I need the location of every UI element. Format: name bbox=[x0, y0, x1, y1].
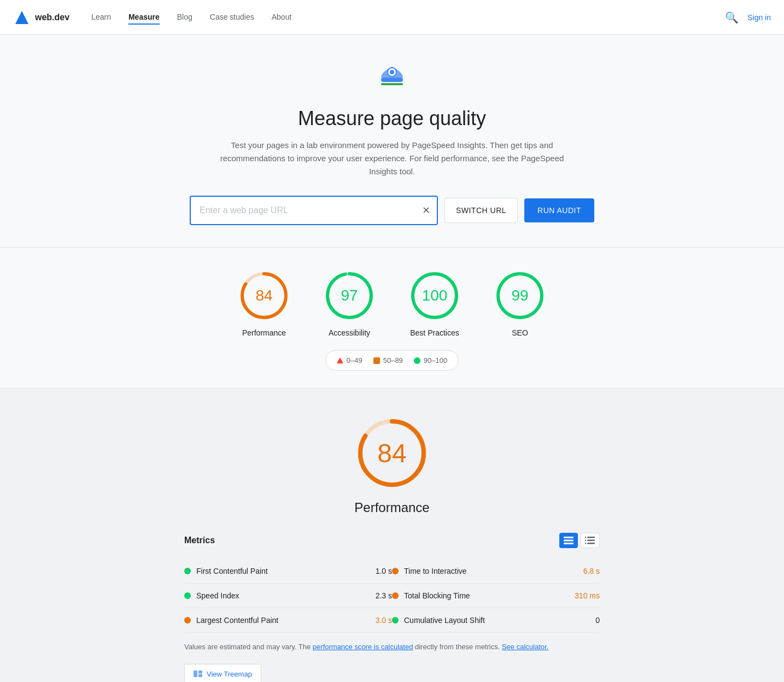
svg-point-21 bbox=[585, 537, 586, 538]
url-input[interactable] bbox=[191, 197, 437, 224]
metric-name-tti: Time to Interactive bbox=[404, 567, 578, 575]
svg-rect-18 bbox=[587, 537, 595, 538]
nav-link-case-studies[interactable]: Case studies bbox=[210, 10, 254, 25]
metrics-grid: First Contentful Paint 1.0 s Speed Index… bbox=[184, 559, 600, 633]
svg-point-4 bbox=[390, 70, 394, 74]
metric-value-tti: 6.8 s bbox=[583, 567, 600, 575]
hero-subtitle: Test your pages in a lab environment pow… bbox=[206, 139, 578, 178]
metrics-note-prefix: Values are estimated and may vary. The bbox=[184, 643, 313, 651]
metric-name-cls: Cumulative Layout Shift bbox=[404, 616, 590, 625]
score-label-best-practices: Best Practices bbox=[410, 328, 459, 337]
logo-text: web.dev bbox=[35, 13, 69, 22]
legend-triangle-icon bbox=[337, 357, 343, 363]
svg-marker-0 bbox=[15, 11, 28, 24]
legend-item-low: 0–49 bbox=[337, 356, 362, 364]
perf-score-value: 84 bbox=[377, 438, 406, 468]
svg-rect-16 bbox=[564, 540, 574, 542]
metric-cls: Cumulative Layout Shift 0 bbox=[392, 608, 600, 633]
view-btn-table[interactable] bbox=[559, 533, 578, 548]
score-best-practices: 100 Best Practices bbox=[408, 269, 461, 337]
treemap-icon bbox=[194, 671, 202, 677]
url-clear-button[interactable]: ✕ bbox=[422, 204, 430, 216]
svg-rect-17 bbox=[564, 543, 574, 544]
nav-link-learn[interactable]: Learn bbox=[91, 10, 111, 25]
nav-link-measure[interactable]: Measure bbox=[128, 10, 160, 25]
metric-value-fcp: 1.0 s bbox=[376, 567, 392, 575]
legend-item-mid: 50–89 bbox=[373, 356, 403, 364]
hero-title: Measure page quality bbox=[13, 107, 771, 130]
score-circle-accessibility: 97 bbox=[323, 269, 376, 322]
nav-actions: 🔍 Sign in bbox=[725, 11, 771, 24]
score-label-performance: Performance bbox=[242, 328, 286, 337]
metric-value-si: 2.3 s bbox=[376, 591, 392, 600]
legend-label-mid: 50–89 bbox=[383, 356, 403, 364]
nav-link-about[interactable]: About bbox=[272, 10, 292, 25]
metric-name-si: Speed Index bbox=[196, 591, 370, 600]
list-view-icon bbox=[585, 537, 595, 544]
svg-point-22 bbox=[585, 540, 586, 542]
metric-dot-si bbox=[184, 592, 191, 599]
hero-section: Measure page quality Test your pages in … bbox=[0, 35, 784, 248]
score-value-best-practices: 100 bbox=[422, 287, 448, 304]
metric-value-tbt: 310 ms bbox=[575, 591, 600, 600]
legend-label-high: 90–100 bbox=[424, 356, 447, 364]
score-seo: 99 SEO bbox=[494, 269, 546, 337]
metric-name-tbt: Total Blocking Time bbox=[404, 591, 569, 600]
lighthouse-icon bbox=[376, 61, 408, 94]
nav-link-blog[interactable]: Blog bbox=[177, 10, 192, 25]
score-value-accessibility: 97 bbox=[341, 287, 358, 304]
view-treemap-button[interactable]: View Treemap bbox=[184, 664, 261, 682]
legend-item-high: 90–100 bbox=[414, 356, 447, 364]
treemap-label: View Treemap bbox=[207, 670, 252, 678]
perf-title: Performance bbox=[13, 500, 771, 515]
svg-rect-24 bbox=[194, 671, 197, 677]
score-value-seo: 99 bbox=[511, 287, 528, 304]
switch-url-button[interactable]: SWITCH URL bbox=[444, 198, 518, 223]
svg-rect-2 bbox=[381, 83, 403, 85]
metric-tbt: Total Blocking Time 310 ms bbox=[392, 584, 600, 608]
metrics-header: Metrics bbox=[184, 533, 600, 548]
svg-rect-25 bbox=[198, 671, 202, 674]
metric-tti: Time to Interactive 6.8 s bbox=[392, 559, 600, 584]
svg-rect-15 bbox=[564, 537, 574, 538]
search-icon[interactable]: 🔍 bbox=[725, 11, 739, 24]
metric-value-cls: 0 bbox=[595, 616, 600, 625]
score-circle-best-practices: 100 bbox=[408, 269, 461, 322]
metric-dot-cls bbox=[392, 617, 399, 624]
metrics-wrap: Metrics bbox=[184, 533, 600, 682]
score-performance: 84 Performance bbox=[238, 269, 290, 337]
logo[interactable]: web.dev bbox=[13, 9, 69, 26]
score-legend: 0–49 50–89 90–100 bbox=[325, 350, 459, 371]
scores-row: 84 Performance 97 Accessibility 10 bbox=[13, 269, 771, 337]
signin-button[interactable]: Sign in bbox=[747, 13, 771, 22]
metric-fcp: First Contentful Paint 1.0 s bbox=[184, 559, 392, 584]
metrics-col-right: Time to Interactive 6.8 s Total Blocking… bbox=[392, 559, 600, 633]
calculator-link[interactable]: See calculator. bbox=[502, 643, 548, 651]
score-circle-seo: 99 bbox=[494, 269, 546, 322]
metric-dot-fcp bbox=[184, 568, 191, 574]
view-btn-list[interactable] bbox=[580, 533, 600, 548]
navbar: web.dev Learn Measure Blog Case studies … bbox=[0, 0, 784, 35]
score-accessibility: 97 Accessibility bbox=[323, 269, 376, 337]
logo-icon bbox=[13, 9, 31, 26]
table-view-icon bbox=[564, 537, 574, 544]
score-label-accessibility: Accessibility bbox=[329, 328, 370, 337]
url-row: ✕ SWITCH URL RUN AUDIT bbox=[190, 196, 594, 225]
metric-dot-tti bbox=[392, 568, 399, 574]
metric-dot-tbt bbox=[392, 592, 399, 599]
url-input-wrap: ✕ bbox=[190, 196, 438, 225]
performance-section: 84 Performance Metrics bbox=[0, 389, 784, 682]
metrics-col-left: First Contentful Paint 1.0 s Speed Index… bbox=[184, 559, 392, 633]
metric-name-fcp: First Contentful Paint bbox=[196, 567, 370, 575]
score-label-seo: SEO bbox=[512, 328, 528, 337]
metric-si: Speed Index 2.3 s bbox=[184, 584, 392, 608]
legend-circle-icon bbox=[414, 357, 420, 364]
perf-score-wrap: 84 Performance bbox=[13, 415, 771, 515]
svg-rect-1 bbox=[381, 78, 403, 82]
perf-score-link[interactable]: performance score is calculated bbox=[313, 643, 413, 651]
run-audit-button[interactable]: RUN AUDIT bbox=[524, 198, 594, 222]
metric-name-lcp: Largest Contentful Paint bbox=[196, 616, 370, 625]
metrics-note-middle: directly from these metrics. bbox=[413, 643, 502, 651]
svg-rect-20 bbox=[587, 543, 595, 544]
scores-section: 84 Performance 97 Accessibility 10 bbox=[0, 248, 784, 389]
